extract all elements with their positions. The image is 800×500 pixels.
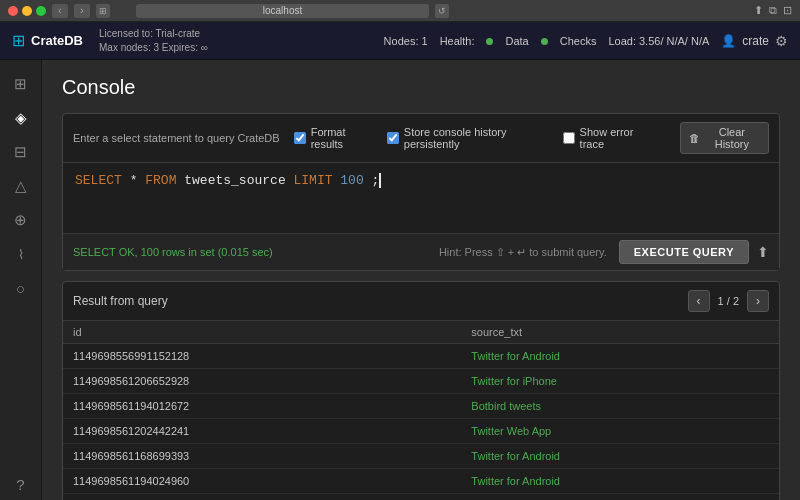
view-toggle[interactable]: ⊞ xyxy=(96,4,110,18)
store-history-checkbox[interactable]: Store console history persistently xyxy=(387,126,549,150)
prev-page-button[interactable]: ‹ xyxy=(688,290,710,312)
sidebar-item-users[interactable]: ○ xyxy=(4,272,38,304)
format-results-input[interactable] xyxy=(294,132,306,144)
show-error-label: Show error trace xyxy=(580,126,652,150)
cell-source: Twitter for iPhone xyxy=(461,494,779,501)
pagination: ‹ 1 / 2 › xyxy=(688,290,769,312)
upload-icon[interactable]: ⬆ xyxy=(754,4,763,17)
main-layout: ⊞ ◈ ⊟ △ ⊕ ⌇ ○ ? Console Enter a select s… xyxy=(0,60,800,500)
share-icon[interactable]: ⬆ xyxy=(757,244,769,260)
cell-id: 1149698561168699393 xyxy=(63,444,461,469)
next-page-button[interactable]: › xyxy=(747,290,769,312)
results-title: Result from query xyxy=(73,294,168,308)
cell-source: Twitter for Android xyxy=(461,344,779,369)
table-row: 1149698556991152128Twitter for Android xyxy=(63,344,779,369)
format-results-label: Format results xyxy=(311,126,373,150)
sidebar: ⊞ ◈ ⊟ △ ⊕ ⌇ ○ ? xyxy=(0,60,42,500)
trash-icon: 🗑 xyxy=(689,132,700,144)
spacer xyxy=(116,4,130,18)
logo-icon: ⊞ xyxy=(12,31,25,50)
cell-source: Twitter for Android xyxy=(461,469,779,494)
close-button[interactable] xyxy=(8,6,18,16)
sidebar-item-tables[interactable]: ⊟ xyxy=(4,136,38,168)
load-stat: Load: 3.56/ N/A/ N/A xyxy=(608,35,709,47)
maximize-button[interactable] xyxy=(36,6,46,16)
appbar: ⊞ CrateDB Licensed to: Trial-crate Max n… xyxy=(0,22,800,60)
results-panel: Result from query ‹ 1 / 2 › id source_tx… xyxy=(62,281,780,500)
cell-source: Twitter for iPhone xyxy=(461,369,779,394)
checks-label: Checks xyxy=(560,35,597,47)
store-history-label: Store console history persistently xyxy=(404,126,549,150)
cell-id: 1149698556991152128 xyxy=(63,344,461,369)
query-editor[interactable]: SELECT * FROM tweets_source LIMIT 100 ; xyxy=(63,163,779,233)
table-row: 1149698561202442241Twitter Web App xyxy=(63,419,779,444)
console-input-label: Enter a select statement to query CrateD… xyxy=(73,132,280,144)
sql-semicolon: ; xyxy=(372,173,382,188)
sql-from: FROM xyxy=(145,173,176,188)
table-row: 1149698561194012672Botbird tweets xyxy=(63,394,779,419)
username: crate xyxy=(742,34,769,48)
sidebar-item-dashboard[interactable]: ⊞ xyxy=(4,68,38,100)
sidebar-item-sharding[interactable]: △ xyxy=(4,170,38,202)
cell-id: 1149698561194024960 xyxy=(63,469,461,494)
appbar-stats: Nodes: 1 Health: Data Checks Load: 3.56/… xyxy=(384,35,710,47)
table-row: 1149698561168699393Twitter for Android xyxy=(63,444,779,469)
sql-num: 100 xyxy=(340,173,363,188)
cell-id: 1149698561202442241 xyxy=(63,419,461,444)
resize-icon[interactable]: ⊡ xyxy=(783,4,792,17)
format-results-checkbox[interactable]: Format results xyxy=(294,126,373,150)
sql-table: tweets_source xyxy=(184,173,293,188)
sql-limit: LIMIT xyxy=(293,173,332,188)
col-header-source: source_txt xyxy=(461,321,779,344)
content-area: Console Enter a select statement to quer… xyxy=(42,60,800,500)
show-error-input[interactable] xyxy=(563,132,575,144)
cell-id: 1149698561206652928 xyxy=(63,369,461,394)
user-icon: 👤 xyxy=(721,34,736,48)
sql-select: SELECT xyxy=(75,173,122,188)
license-line2: Max nodes: 3 Expires: ∞ xyxy=(99,41,208,55)
sidebar-item-console[interactable]: ◈ xyxy=(4,102,38,134)
health-label: Health: xyxy=(440,35,475,47)
clear-history-label: Clear History xyxy=(704,126,760,150)
console-panel: Enter a select statement to query CrateD… xyxy=(62,113,780,271)
sidebar-item-help[interactable]: ? xyxy=(4,468,38,500)
license-info: Licensed to: Trial-crate Max nodes: 3 Ex… xyxy=(99,27,208,55)
table-row: 1149698561194024960Twitter for Android xyxy=(63,469,779,494)
minimize-button[interactable] xyxy=(22,6,32,16)
results-header: Result from query ‹ 1 / 2 › xyxy=(63,282,779,321)
address-bar[interactable]: localhost xyxy=(136,4,429,18)
appbar-user: 👤 crate ⚙ xyxy=(721,33,788,49)
cell-id: 1149698561194012672 xyxy=(63,394,461,419)
back-button[interactable]: ‹ xyxy=(52,4,68,18)
license-line1: Licensed to: Trial-crate xyxy=(99,27,208,41)
sidebar-item-cluster[interactable]: ⊕ xyxy=(4,204,38,236)
cell-source: Twitter Web App xyxy=(461,419,779,444)
clear-history-button[interactable]: 🗑 Clear History xyxy=(680,122,769,154)
execute-query-button[interactable]: EXECUTE QUERY xyxy=(619,240,749,264)
settings-icon[interactable]: ⚙ xyxy=(775,33,788,49)
sql-star: * xyxy=(130,173,146,188)
col-header-id: id xyxy=(63,321,461,344)
titlebar-actions: ⬆ ⧉ ⊡ xyxy=(754,4,792,17)
results-table: id source_txt 1149698556991152128Twitter… xyxy=(63,321,779,500)
checks-dot xyxy=(541,35,548,47)
data-label: Data xyxy=(505,35,528,47)
sidebar-item-nodes[interactable]: ⌇ xyxy=(4,238,38,270)
status-hint: Hint: Press ⇧ + ↵ to submit query. xyxy=(439,246,607,259)
table-row: 1149698561206648648Twitter for iPhone xyxy=(63,494,779,501)
logo-text: CrateDB xyxy=(31,33,83,48)
show-error-checkbox[interactable]: Show error trace xyxy=(563,126,652,150)
reload-button[interactable]: ↺ xyxy=(435,4,449,18)
page-title: Console xyxy=(62,76,780,99)
table-row: 1149698561206652928Twitter for iPhone xyxy=(63,369,779,394)
cell-id: 1149698561206648648 xyxy=(63,494,461,501)
cell-source: Twitter for Android xyxy=(461,444,779,469)
page-info: 1 / 2 xyxy=(718,295,739,307)
forward-button[interactable]: › xyxy=(74,4,90,18)
table-body: 1149698556991152128Twitter for Android11… xyxy=(63,344,779,501)
address-text: localhost xyxy=(263,5,302,16)
cell-source: Botbird tweets xyxy=(461,394,779,419)
store-history-input[interactable] xyxy=(387,132,399,144)
window-icon[interactable]: ⧉ xyxy=(769,4,777,17)
results-container: id source_txt 1149698556991152128Twitter… xyxy=(63,321,779,500)
